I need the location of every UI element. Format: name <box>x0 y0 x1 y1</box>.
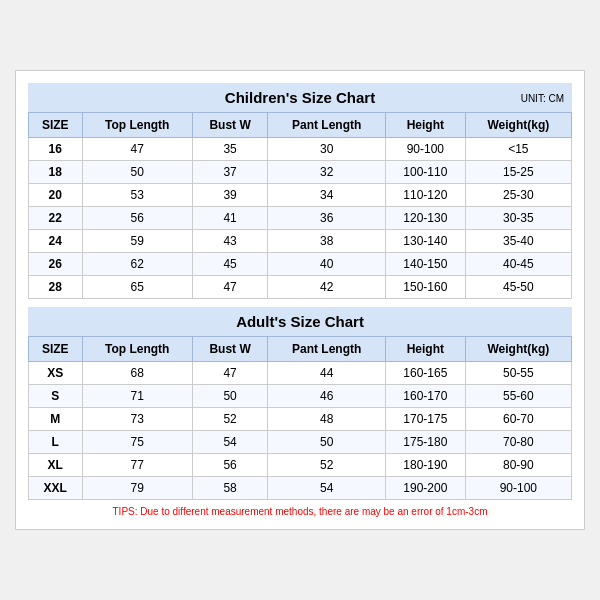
table-row: 22564136120-13030-35 <box>29 207 572 230</box>
table-cell: 15-25 <box>465 161 571 184</box>
table-cell: 52 <box>268 454 386 477</box>
table-cell: 36 <box>268 207 386 230</box>
adults-col-size: SIZE <box>29 337 83 362</box>
table-cell: 80-90 <box>465 454 571 477</box>
table-cell: 175-180 <box>386 431 466 454</box>
table-cell: XXL <box>29 477 83 500</box>
chart-wrapper: Children's Size Chart UNIT: CM SIZE Top … <box>15 70 585 530</box>
table-row: M735248170-17560-70 <box>29 408 572 431</box>
table-cell: 77 <box>82 454 192 477</box>
table-cell: 90-100 <box>386 138 466 161</box>
adults-section-title: Adult's Size Chart <box>28 307 572 336</box>
table-cell: 75 <box>82 431 192 454</box>
table-cell: 56 <box>192 454 268 477</box>
table-cell: 41 <box>192 207 268 230</box>
table-cell: 71 <box>82 385 192 408</box>
table-cell: 34 <box>268 184 386 207</box>
table-row: 18503732100-11015-25 <box>29 161 572 184</box>
children-col-height: Height <box>386 113 466 138</box>
table-cell: 55-60 <box>465 385 571 408</box>
adults-header-row: SIZE Top Length Bust W Pant Length Heigh… <box>29 337 572 362</box>
adults-col-height: Height <box>386 337 466 362</box>
adults-col-weight: Weight(kg) <box>465 337 571 362</box>
table-row: L755450175-18070-80 <box>29 431 572 454</box>
table-row: 1647353090-100<15 <box>29 138 572 161</box>
table-cell: 47 <box>192 276 268 299</box>
children-col-weight: Weight(kg) <box>465 113 571 138</box>
children-col-top-length: Top Length <box>82 113 192 138</box>
table-cell: 30-35 <box>465 207 571 230</box>
table-cell: 54 <box>192 431 268 454</box>
table-row: 24594338130-14035-40 <box>29 230 572 253</box>
adults-col-top-length: Top Length <box>82 337 192 362</box>
table-cell: 110-120 <box>386 184 466 207</box>
table-cell: 100-110 <box>386 161 466 184</box>
table-cell: 160-165 <box>386 362 466 385</box>
table-cell: 47 <box>82 138 192 161</box>
table-cell: 54 <box>268 477 386 500</box>
table-cell: 130-140 <box>386 230 466 253</box>
table-cell: 24 <box>29 230 83 253</box>
children-section-title: Children's Size Chart UNIT: CM <box>28 83 572 112</box>
table-cell: 42 <box>268 276 386 299</box>
table-cell: 56 <box>82 207 192 230</box>
table-cell: 18 <box>29 161 83 184</box>
table-cell: 43 <box>192 230 268 253</box>
table-cell: 160-170 <box>386 385 466 408</box>
table-cell: 46 <box>268 385 386 408</box>
table-cell: 30 <box>268 138 386 161</box>
table-cell: 28 <box>29 276 83 299</box>
table-cell: 39 <box>192 184 268 207</box>
children-col-bust-w: Bust W <box>192 113 268 138</box>
table-cell: 58 <box>192 477 268 500</box>
table-row: S715046160-17055-60 <box>29 385 572 408</box>
table-cell: 53 <box>82 184 192 207</box>
adults-table: SIZE Top Length Bust W Pant Length Heigh… <box>28 336 572 500</box>
table-cell: 40 <box>268 253 386 276</box>
table-row: 26624540140-15040-45 <box>29 253 572 276</box>
table-cell: 26 <box>29 253 83 276</box>
table-cell: 68 <box>82 362 192 385</box>
table-cell: 45 <box>192 253 268 276</box>
table-cell: 16 <box>29 138 83 161</box>
table-cell: 50 <box>268 431 386 454</box>
table-cell: S <box>29 385 83 408</box>
table-cell: 73 <box>82 408 192 431</box>
table-cell: 50 <box>192 385 268 408</box>
table-cell: 180-190 <box>386 454 466 477</box>
table-cell: 60-70 <box>465 408 571 431</box>
children-header-row: SIZE Top Length Bust W Pant Length Heigh… <box>29 113 572 138</box>
table-row: XXL795854190-20090-100 <box>29 477 572 500</box>
table-cell: 35-40 <box>465 230 571 253</box>
table-cell: 40-45 <box>465 253 571 276</box>
table-cell: M <box>29 408 83 431</box>
table-cell: 25-30 <box>465 184 571 207</box>
table-cell: <15 <box>465 138 571 161</box>
table-cell: 45-50 <box>465 276 571 299</box>
table-cell: 35 <box>192 138 268 161</box>
table-cell: 20 <box>29 184 83 207</box>
table-cell: 140-150 <box>386 253 466 276</box>
table-row: 20533934110-12025-30 <box>29 184 572 207</box>
unit-label: UNIT: CM <box>521 92 564 103</box>
children-table: SIZE Top Length Bust W Pant Length Heigh… <box>28 112 572 299</box>
table-row: 28654742150-16045-50 <box>29 276 572 299</box>
table-cell: 44 <box>268 362 386 385</box>
table-cell: 22 <box>29 207 83 230</box>
table-cell: 59 <box>82 230 192 253</box>
table-cell: 52 <box>192 408 268 431</box>
table-row: XS684744160-16550-55 <box>29 362 572 385</box>
children-col-pant-length: Pant Length <box>268 113 386 138</box>
table-cell: 32 <box>268 161 386 184</box>
table-cell: 90-100 <box>465 477 571 500</box>
tips-text: TIPS: Due to different measurement metho… <box>28 506 572 517</box>
children-col-size: SIZE <box>29 113 83 138</box>
table-cell: 62 <box>82 253 192 276</box>
table-cell: 48 <box>268 408 386 431</box>
table-cell: 79 <box>82 477 192 500</box>
table-cell: 65 <box>82 276 192 299</box>
table-cell: XL <box>29 454 83 477</box>
table-cell: 37 <box>192 161 268 184</box>
children-title: Children's Size Chart <box>225 89 375 106</box>
adults-title: Adult's Size Chart <box>236 313 364 330</box>
